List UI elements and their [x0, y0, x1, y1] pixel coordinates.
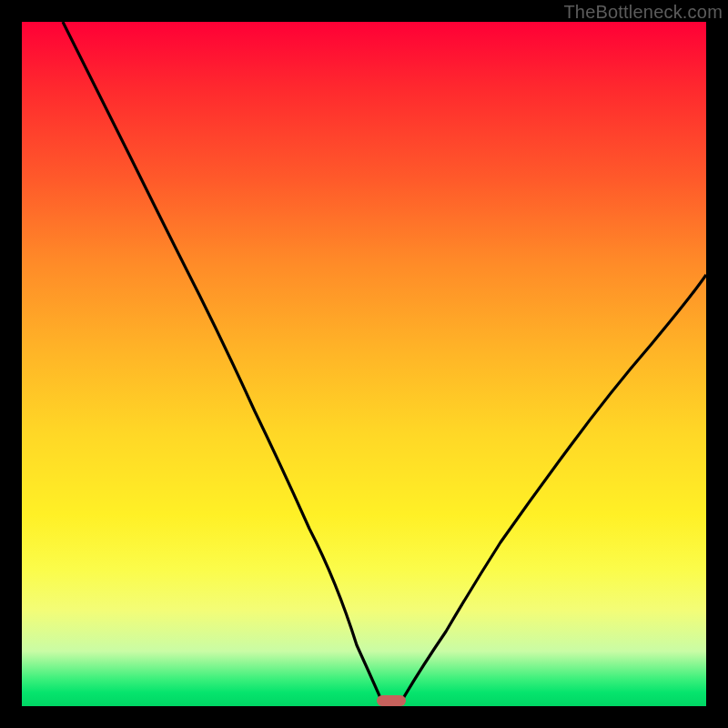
optimal-marker [377, 695, 406, 706]
plot-area [22, 22, 706, 706]
watermark-text: TheBottleneck.com [563, 2, 723, 23]
chart-stage: TheBottleneck.com [0, 0, 728, 728]
left-curve [63, 22, 384, 706]
right-curve [399, 275, 706, 706]
bottleneck-curve [22, 22, 706, 706]
